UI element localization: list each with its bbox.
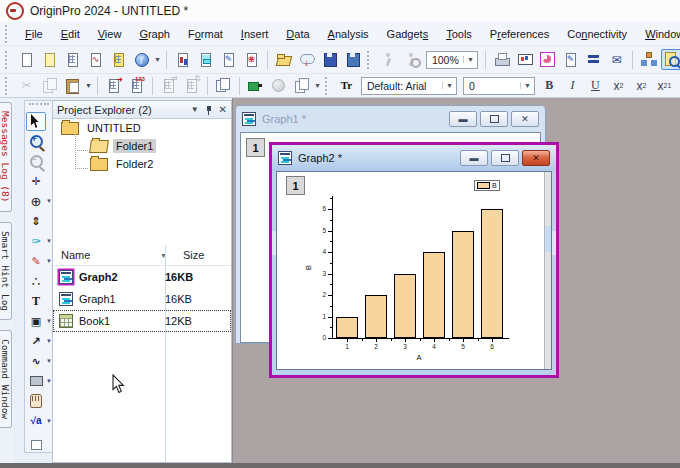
- combo-arrow-icon[interactable]: ▼: [442, 82, 453, 89]
- insert-graph-object-icon[interactable]: [245, 75, 266, 96]
- import-wizard-icon[interactable]: ➜: [103, 75, 124, 96]
- menubar-grip[interactable]: [5, 25, 12, 43]
- menu-format[interactable]: Format: [179, 25, 232, 43]
- zoom-out-tool[interactable]: −: [25, 151, 53, 171]
- reimport-icon[interactable]: ⇅: [181, 75, 202, 96]
- menu-insert[interactable]: Insert: [232, 25, 278, 43]
- toolbar-grip[interactable]: [5, 51, 12, 69]
- menu-tools[interactable]: Tools: [437, 25, 481, 43]
- palette-grip[interactable]: [29, 103, 49, 109]
- side-tab-command-window[interactable]: Command Window: [0, 330, 12, 428]
- bold-button[interactable]: B: [540, 76, 559, 95]
- arrow-tool[interactable]: ↗▼: [25, 331, 53, 351]
- import-ascii-icon[interactable]: 123: [126, 75, 147, 96]
- toolbar-grip[interactable]: [367, 51, 374, 69]
- data-reader-tool[interactable]: ⊕▼: [25, 191, 53, 211]
- copy-icon[interactable]: [39, 75, 60, 96]
- superscript-button[interactable]: x2: [609, 76, 628, 95]
- graph2-restore-button[interactable]: [491, 150, 519, 166]
- edit-template-icon[interactable]: ✎: [218, 49, 239, 70]
- combo-arrow-icon[interactable]: ▼: [520, 82, 531, 89]
- pointer-tool[interactable]: [25, 111, 53, 131]
- toolbar-grip[interactable]: [5, 77, 12, 95]
- menu-file[interactable]: File: [16, 25, 52, 43]
- annotation-tool[interactable]: ▣▼: [25, 311, 53, 331]
- underline-button[interactable]: U: [586, 76, 605, 95]
- insert-sphere-icon[interactable]: [268, 75, 289, 96]
- mask-range-tool[interactable]: ✑▼: [25, 231, 53, 251]
- draw-data-tool[interactable]: ✎▼: [25, 251, 53, 271]
- supersubscript-button[interactable]: x21: [655, 76, 674, 95]
- menu-window[interactable]: Window: [636, 25, 680, 43]
- slide-show-icon[interactable]: [514, 49, 535, 70]
- zoom-all-panel-icon[interactable]: [661, 49, 680, 70]
- equation-tool[interactable]: √a▼: [25, 411, 53, 431]
- open-from-cloud-icon[interactable]: ↓: [296, 49, 317, 70]
- save-template-icon[interactable]: [342, 49, 363, 70]
- zoom-in-tool[interactable]: +: [25, 131, 53, 151]
- template-library-icon[interactable]: [172, 49, 193, 70]
- insert-new-link[interactable]: [25, 431, 53, 451]
- run-script-icon[interactable]: [378, 49, 399, 70]
- side-tab-messages-log-8[interactable]: Messages Log (8): [0, 102, 12, 212]
- graph1-minimize-button[interactable]: ▬: [449, 111, 477, 127]
- dropdown-arrow-icon[interactable]: ▼: [314, 82, 321, 89]
- toolbar-grip[interactable]: [325, 77, 332, 95]
- menu-graph[interactable]: Graph: [130, 25, 179, 43]
- graph2-vertical-scrollbar[interactable]: [544, 172, 551, 369]
- name-column-header[interactable]: Name ▼: [53, 249, 173, 261]
- graph2-minimize-button[interactable]: ▬: [460, 150, 488, 166]
- pin-icon[interactable]: [205, 105, 213, 115]
- edit-graph-icon[interactable]: ✎: [560, 49, 581, 70]
- open-template-icon[interactable]: [195, 49, 216, 70]
- menu-view[interactable]: View: [89, 25, 131, 43]
- chart-legend[interactable]: B: [474, 180, 500, 191]
- combo-arrow-icon[interactable]: ▼: [463, 56, 474, 63]
- menu-analysis[interactable]: Analysis: [319, 25, 378, 43]
- file-row-graph2[interactable]: Graph216KB: [53, 266, 231, 288]
- text-tool[interactable]: T: [25, 291, 53, 311]
- layer-management-icon[interactable]: [583, 49, 604, 70]
- font-size-combo[interactable]: 0▼: [463, 77, 535, 95]
- close-panel-icon[interactable]: ✕: [219, 104, 227, 115]
- graph1-layer-button[interactable]: 1: [246, 138, 265, 157]
- file-row-graph1[interactable]: Graph116KB: [53, 288, 231, 310]
- graph1-restore-button[interactable]: [480, 111, 508, 127]
- paste-icon[interactable]: [62, 75, 83, 96]
- duplicate-with-new-sheets-icon[interactable]: [213, 75, 234, 96]
- dropdown-arrow-icon[interactable]: ▼: [154, 56, 161, 63]
- print-icon[interactable]: [491, 49, 512, 70]
- tree-item-folder2[interactable]: Folder2: [53, 155, 231, 173]
- polyline-tool[interactable]: ∿▼: [25, 351, 53, 371]
- rectangle-tool[interactable]: ▼: [25, 371, 53, 391]
- side-tab-smart-hint-log[interactable]: Smart Hint Log: [0, 222, 12, 320]
- size-column-header[interactable]: Size: [173, 249, 204, 261]
- copy-page-icon[interactable]: [291, 75, 312, 96]
- new-matrix-icon[interactable]: [108, 49, 129, 70]
- menu-data[interactable]: Data: [277, 25, 318, 43]
- pan-tool[interactable]: [25, 391, 53, 411]
- abort-script-icon[interactable]: [401, 49, 422, 70]
- data-selector-tool[interactable]: ⇕: [25, 211, 53, 231]
- scrollbar-thumb[interactable]: [545, 226, 551, 252]
- menu-preferences[interactable]: Preferences: [481, 25, 558, 43]
- format-text-style-icon[interactable]: Tr: [336, 75, 357, 96]
- subscript-button[interactable]: x2: [632, 76, 651, 95]
- graph2-close-button[interactable]: ✕: [522, 150, 550, 166]
- graph2-titlebar[interactable]: Graph2 * ▬ ✕: [272, 145, 556, 171]
- menu-edit[interactable]: Edit: [52, 25, 89, 43]
- new-project-icon[interactable]: [16, 49, 37, 70]
- screen-reader-tool[interactable]: ✛: [25, 171, 53, 191]
- file-row-book1[interactable]: Book112KB: [53, 310, 231, 332]
- project-diagram-icon[interactable]: [638, 49, 659, 70]
- reimport-directly-icon[interactable]: ⇄: [158, 75, 179, 96]
- font-name-combo[interactable]: Default: Arial▼: [361, 77, 457, 95]
- send-graphs-to-office-icon[interactable]: ✉: [606, 49, 627, 70]
- panel-menu-arrow-icon[interactable]: ▼: [191, 105, 199, 114]
- graph1-close-button[interactable]: ✕: [511, 111, 539, 127]
- graph2-layer-button[interactable]: 1: [286, 176, 305, 195]
- open-sample-projects-icon[interactable]: ❀: [241, 49, 262, 70]
- graph2-window[interactable]: Graph2 * ▬ ✕ 1234560123456ABB 1: [269, 142, 559, 378]
- menu-gadgets[interactable]: Gadgets: [378, 25, 438, 43]
- new-function-icon[interactable]: f: [131, 49, 152, 70]
